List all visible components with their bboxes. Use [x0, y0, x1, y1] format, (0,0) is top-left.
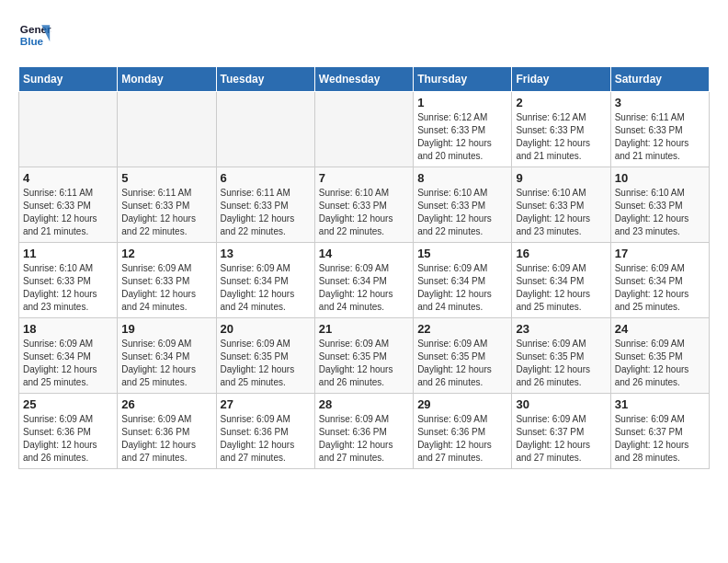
calendar-cell: 16Sunrise: 6:09 AM Sunset: 6:34 PM Dayli…	[512, 243, 610, 318]
day-info: Sunrise: 6:11 AM Sunset: 6:33 PM Dayligh…	[221, 187, 311, 238]
page-header: General Blue	[18, 18, 710, 52]
calendar-cell: 24Sunrise: 6:09 AM Sunset: 6:35 PM Dayli…	[610, 318, 709, 394]
week-row-5: 25Sunrise: 6:09 AM Sunset: 6:36 PM Dayli…	[19, 394, 710, 469]
day-number: 17	[615, 247, 705, 260]
header-row: SundayMondayTuesdayWednesdayThursdayFrid…	[19, 67, 710, 92]
calendar-cell	[19, 92, 118, 167]
column-header-sunday: Sunday	[19, 67, 118, 92]
day-info: Sunrise: 6:12 AM Sunset: 6:33 PM Dayligh…	[516, 111, 606, 163]
day-number: 10	[615, 171, 705, 185]
day-info: Sunrise: 6:11 AM Sunset: 6:33 PM Dayligh…	[615, 111, 705, 163]
day-info: Sunrise: 6:09 AM Sunset: 6:35 PM Dayligh…	[319, 338, 409, 389]
day-number: 20	[221, 322, 311, 336]
calendar-cell: 26Sunrise: 6:09 AM Sunset: 6:36 PM Dayli…	[118, 394, 216, 469]
calendar-cell: 21Sunrise: 6:09 AM Sunset: 6:35 PM Dayli…	[314, 318, 413, 394]
day-info: Sunrise: 6:10 AM Sunset: 6:33 PM Dayligh…	[319, 187, 409, 238]
day-number: 31	[615, 397, 705, 411]
calendar-cell: 23Sunrise: 6:09 AM Sunset: 6:35 PM Dayli…	[512, 318, 610, 394]
calendar-cell: 13Sunrise: 6:09 AM Sunset: 6:34 PM Dayli…	[216, 243, 314, 318]
calendar-cell: 31Sunrise: 6:09 AM Sunset: 6:37 PM Dayli…	[610, 394, 709, 469]
column-header-thursday: Thursday	[414, 67, 512, 92]
calendar-cell: 6Sunrise: 6:11 AM Sunset: 6:33 PM Daylig…	[216, 167, 314, 243]
day-info: Sunrise: 6:10 AM Sunset: 6:33 PM Dayligh…	[516, 187, 606, 238]
column-header-saturday: Saturday	[610, 67, 709, 92]
day-number: 18	[23, 322, 113, 336]
day-info: Sunrise: 6:09 AM Sunset: 6:36 PM Dayligh…	[221, 413, 311, 465]
day-number: 8	[417, 171, 507, 185]
day-info: Sunrise: 6:09 AM Sunset: 6:36 PM Dayligh…	[417, 413, 507, 465]
calendar-cell: 29Sunrise: 6:09 AM Sunset: 6:36 PM Dayli…	[414, 394, 512, 469]
day-info: Sunrise: 6:10 AM Sunset: 6:33 PM Dayligh…	[417, 187, 507, 238]
calendar-cell	[118, 92, 216, 167]
calendar-cell: 11Sunrise: 6:10 AM Sunset: 6:33 PM Dayli…	[19, 243, 118, 318]
day-number: 22	[417, 322, 507, 336]
calendar-cell: 12Sunrise: 6:09 AM Sunset: 6:33 PM Dayli…	[118, 243, 216, 318]
day-info: Sunrise: 6:11 AM Sunset: 6:33 PM Dayligh…	[121, 187, 211, 238]
calendar-header: SundayMondayTuesdayWednesdayThursdayFrid…	[19, 67, 710, 92]
day-number: 25	[23, 397, 113, 411]
day-number: 29	[417, 397, 507, 411]
day-number: 30	[516, 397, 606, 411]
day-number: 3	[615, 96, 705, 109]
day-info: Sunrise: 6:09 AM Sunset: 6:36 PM Dayligh…	[319, 413, 409, 465]
column-header-tuesday: Tuesday	[216, 67, 314, 92]
calendar-body: 1Sunrise: 6:12 AM Sunset: 6:33 PM Daylig…	[19, 92, 710, 469]
day-info: Sunrise: 6:09 AM Sunset: 6:34 PM Dayligh…	[417, 262, 507, 314]
calendar-cell: 17Sunrise: 6:09 AM Sunset: 6:34 PM Dayli…	[610, 243, 709, 318]
week-row-2: 4Sunrise: 6:11 AM Sunset: 6:33 PM Daylig…	[19, 167, 710, 243]
logo-icon: General Blue	[18, 18, 51, 52]
day-info: Sunrise: 6:09 AM Sunset: 6:37 PM Dayligh…	[615, 413, 705, 465]
day-info: Sunrise: 6:09 AM Sunset: 6:36 PM Dayligh…	[121, 413, 211, 465]
calendar-cell: 28Sunrise: 6:09 AM Sunset: 6:36 PM Dayli…	[314, 394, 413, 469]
calendar-cell: 19Sunrise: 6:09 AM Sunset: 6:34 PM Dayli…	[118, 318, 216, 394]
day-info: Sunrise: 6:12 AM Sunset: 6:33 PM Dayligh…	[417, 111, 507, 163]
calendar-cell: 14Sunrise: 6:09 AM Sunset: 6:34 PM Dayli…	[314, 243, 413, 318]
calendar-cell: 15Sunrise: 6:09 AM Sunset: 6:34 PM Dayli…	[414, 243, 512, 318]
calendar-cell	[314, 92, 413, 167]
day-info: Sunrise: 6:09 AM Sunset: 6:35 PM Dayligh…	[516, 338, 606, 389]
calendar-cell: 9Sunrise: 6:10 AM Sunset: 6:33 PM Daylig…	[512, 167, 610, 243]
calendar-cell: 1Sunrise: 6:12 AM Sunset: 6:33 PM Daylig…	[414, 92, 512, 167]
day-info: Sunrise: 6:09 AM Sunset: 6:37 PM Dayligh…	[516, 413, 606, 465]
day-number: 12	[121, 247, 211, 260]
day-number: 28	[319, 397, 409, 411]
day-number: 21	[319, 322, 409, 336]
day-number: 14	[319, 247, 409, 260]
day-number: 4	[23, 171, 113, 185]
day-info: Sunrise: 6:11 AM Sunset: 6:33 PM Dayligh…	[23, 187, 113, 238]
day-info: Sunrise: 6:09 AM Sunset: 6:35 PM Dayligh…	[221, 338, 311, 389]
day-number: 9	[516, 171, 606, 185]
day-info: Sunrise: 6:09 AM Sunset: 6:34 PM Dayligh…	[615, 262, 705, 314]
day-number: 24	[615, 322, 705, 336]
calendar-cell: 27Sunrise: 6:09 AM Sunset: 6:36 PM Dayli…	[216, 394, 314, 469]
calendar-cell: 22Sunrise: 6:09 AM Sunset: 6:35 PM Dayli…	[414, 318, 512, 394]
day-info: Sunrise: 6:09 AM Sunset: 6:34 PM Dayligh…	[121, 338, 211, 389]
day-number: 6	[221, 171, 311, 185]
week-row-1: 1Sunrise: 6:12 AM Sunset: 6:33 PM Daylig…	[19, 92, 710, 167]
calendar-cell: 8Sunrise: 6:10 AM Sunset: 6:33 PM Daylig…	[414, 167, 512, 243]
column-header-monday: Monday	[118, 67, 216, 92]
calendar-cell: 10Sunrise: 6:10 AM Sunset: 6:33 PM Dayli…	[610, 167, 709, 243]
calendar-cell: 25Sunrise: 6:09 AM Sunset: 6:36 PM Dayli…	[19, 394, 118, 469]
day-number: 26	[121, 397, 211, 411]
logo: General Blue	[18, 18, 51, 52]
day-number: 16	[516, 247, 606, 260]
week-row-4: 18Sunrise: 6:09 AM Sunset: 6:34 PM Dayli…	[19, 318, 710, 394]
day-info: Sunrise: 6:09 AM Sunset: 6:34 PM Dayligh…	[516, 262, 606, 314]
calendar-cell: 4Sunrise: 6:11 AM Sunset: 6:33 PM Daylig…	[19, 167, 118, 243]
day-number: 23	[516, 322, 606, 336]
day-number: 5	[121, 171, 211, 185]
day-info: Sunrise: 6:09 AM Sunset: 6:34 PM Dayligh…	[23, 338, 113, 389]
day-number: 7	[319, 171, 409, 185]
day-info: Sunrise: 6:09 AM Sunset: 6:36 PM Dayligh…	[23, 413, 113, 465]
day-number: 19	[121, 322, 211, 336]
calendar-cell: 7Sunrise: 6:10 AM Sunset: 6:33 PM Daylig…	[314, 167, 413, 243]
svg-text:Blue: Blue	[20, 35, 44, 47]
day-number: 27	[221, 397, 311, 411]
day-info: Sunrise: 6:09 AM Sunset: 6:34 PM Dayligh…	[319, 262, 409, 314]
column-header-friday: Friday	[512, 67, 610, 92]
day-info: Sunrise: 6:09 AM Sunset: 6:34 PM Dayligh…	[221, 262, 311, 314]
day-number: 11	[23, 247, 113, 260]
calendar-cell: 30Sunrise: 6:09 AM Sunset: 6:37 PM Dayli…	[512, 394, 610, 469]
column-header-wednesday: Wednesday	[314, 67, 413, 92]
